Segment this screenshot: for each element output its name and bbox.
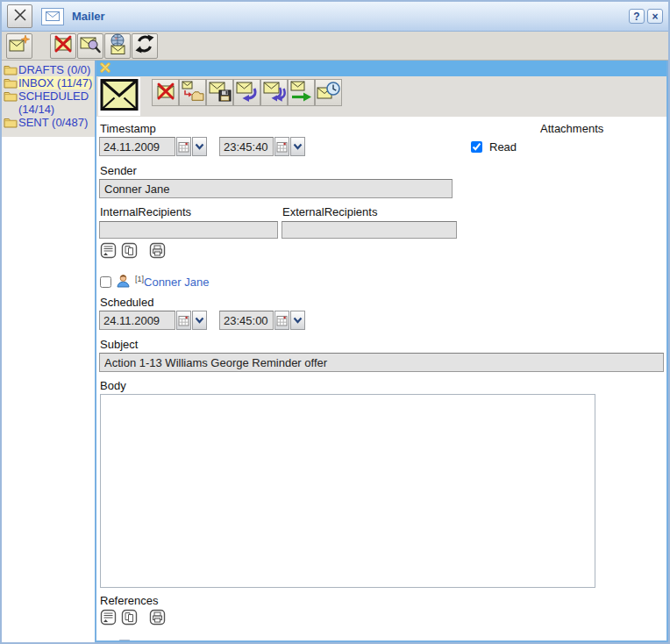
copy-icon[interactable] bbox=[121, 242, 138, 261]
mail-view-panel: Timestamp Attachments bbox=[95, 61, 668, 642]
panel-close-icon[interactable] bbox=[100, 61, 110, 76]
body-textarea[interactable] bbox=[100, 394, 595, 588]
subject-label: Subject bbox=[100, 338, 663, 351]
schedule-mail-icon bbox=[317, 81, 340, 105]
calendar-button[interactable] bbox=[274, 311, 289, 330]
mail-tab-icon bbox=[100, 78, 139, 115]
close-x-icon bbox=[12, 7, 28, 26]
main-toolbar bbox=[2, 32, 668, 61]
print-icon[interactable] bbox=[149, 242, 166, 261]
folder-list: DRAFTS (0/0) INBOX (11/47) SCHEDULED (14… bbox=[2, 61, 95, 137]
timestamp-date-picker bbox=[99, 137, 207, 156]
folder-sidebar: DRAFTS (0/0) INBOX (11/47) SCHEDULED (14… bbox=[2, 61, 95, 642]
folder-icon bbox=[4, 117, 18, 128]
read-label: Read bbox=[489, 140, 517, 154]
chevron-down-icon bbox=[195, 317, 204, 324]
recipient-checkbox[interactable] bbox=[100, 276, 111, 288]
copy-icon[interactable] bbox=[121, 609, 138, 628]
scheduled-time-picker bbox=[219, 311, 305, 330]
delete-mail-icon bbox=[53, 34, 74, 57]
sidebar-item-sent[interactable]: SENT (0/487) bbox=[3, 116, 94, 129]
person-icon bbox=[116, 274, 131, 290]
calendar-icon bbox=[276, 141, 288, 153]
internal-recipients-field[interactable] bbox=[99, 221, 278, 239]
calendar-button[interactable] bbox=[176, 137, 191, 156]
external-recipients-label: ExternalRecipients bbox=[282, 205, 377, 218]
list-icon[interactable] bbox=[100, 609, 117, 628]
refresh-button[interactable] bbox=[132, 33, 158, 59]
window-close-button[interactable]: × bbox=[647, 9, 663, 24]
mail-tab[interactable] bbox=[98, 77, 140, 116]
timestamp-time-input[interactable] bbox=[219, 137, 274, 156]
chevron-down-icon bbox=[195, 143, 204, 150]
mail-toolbar bbox=[96, 76, 666, 117]
folder-label: SCHEDULED (14/14) bbox=[18, 89, 94, 116]
new-mail-button[interactable] bbox=[6, 33, 32, 59]
calendar-icon bbox=[178, 315, 189, 326]
recipient-link[interactable]: Conner Jane bbox=[144, 275, 209, 289]
scheduled-date-picker bbox=[99, 311, 207, 330]
forward-icon bbox=[290, 81, 313, 105]
close-panel-button[interactable] bbox=[7, 4, 32, 28]
timestamp-time-picker bbox=[219, 137, 305, 156]
recipient-ref-number: [1] bbox=[135, 275, 144, 283]
window-title: Mailer bbox=[72, 10, 105, 23]
search-mail-icon bbox=[80, 34, 101, 57]
calendar-button[interactable] bbox=[274, 137, 289, 156]
save-mail-icon bbox=[209, 81, 232, 105]
time-dropdown-button[interactable] bbox=[290, 311, 305, 330]
title-bar: Mailer ? × bbox=[2, 2, 668, 32]
sidebar-item-scheduled[interactable]: SCHEDULED (14/14) bbox=[3, 89, 94, 116]
folder-label: SENT (0/487) bbox=[18, 116, 89, 129]
delete-mail-icon bbox=[155, 82, 176, 104]
reply-all-icon bbox=[263, 81, 286, 105]
sender-label: Sender bbox=[100, 164, 663, 177]
recipient-actions bbox=[100, 242, 663, 261]
calendar-icon bbox=[178, 141, 189, 153]
subject-field[interactable] bbox=[99, 353, 664, 372]
scheduled-time-input[interactable] bbox=[219, 311, 274, 330]
scheduled-label: Scheduled bbox=[100, 296, 663, 309]
sidebar-item-drafts[interactable]: DRAFTS (0/0) bbox=[3, 63, 94, 76]
scheduled-date-input[interactable] bbox=[99, 311, 175, 330]
chevron-down-icon bbox=[293, 143, 303, 150]
date-dropdown-button[interactable] bbox=[192, 137, 207, 156]
time-dropdown-button[interactable] bbox=[290, 137, 305, 156]
delete-button[interactable] bbox=[152, 79, 179, 106]
mail-form: Timestamp Attachments bbox=[96, 117, 666, 640]
send-receive-icon bbox=[107, 33, 128, 58]
send-receive-button[interactable] bbox=[104, 33, 131, 59]
reply-icon bbox=[236, 81, 259, 105]
calendar-button[interactable] bbox=[176, 311, 191, 330]
sender-field[interactable] bbox=[99, 179, 453, 198]
move-to-folder-icon bbox=[182, 81, 204, 105]
reply-all-button[interactable] bbox=[260, 79, 288, 106]
read-checkbox[interactable] bbox=[471, 141, 482, 153]
reply-button[interactable] bbox=[233, 79, 260, 106]
delete-mail-button[interactable] bbox=[50, 33, 76, 59]
app-mail-icon bbox=[41, 8, 64, 25]
timestamp-date-input[interactable] bbox=[99, 137, 175, 156]
print-icon[interactable] bbox=[149, 609, 166, 628]
external-recipients-field[interactable] bbox=[282, 221, 457, 239]
attachments-label: Attachments bbox=[540, 122, 603, 135]
folder-icon bbox=[4, 77, 18, 89]
help-button[interactable]: ? bbox=[629, 9, 645, 24]
references-actions bbox=[100, 609, 663, 628]
save-button[interactable] bbox=[206, 79, 233, 106]
folder-icon bbox=[4, 90, 18, 102]
forward-button[interactable] bbox=[288, 79, 315, 106]
chevron-down-icon bbox=[293, 317, 303, 324]
schedule-button[interactable] bbox=[315, 79, 342, 106]
list-icon[interactable] bbox=[100, 242, 117, 261]
mail-view-header bbox=[96, 61, 666, 76]
folder-label: DRAFTS (0/0) bbox=[18, 63, 91, 76]
move-to-folder-button[interactable] bbox=[179, 79, 206, 106]
calendar-icon bbox=[276, 315, 288, 326]
body-label: Body bbox=[100, 379, 663, 392]
search-mail-button[interactable] bbox=[77, 33, 103, 59]
references-label: References bbox=[100, 594, 663, 607]
date-dropdown-button[interactable] bbox=[192, 311, 207, 330]
reference-item-icon bbox=[116, 640, 133, 640]
sidebar-item-inbox[interactable]: INBOX (11/47) bbox=[3, 76, 94, 89]
